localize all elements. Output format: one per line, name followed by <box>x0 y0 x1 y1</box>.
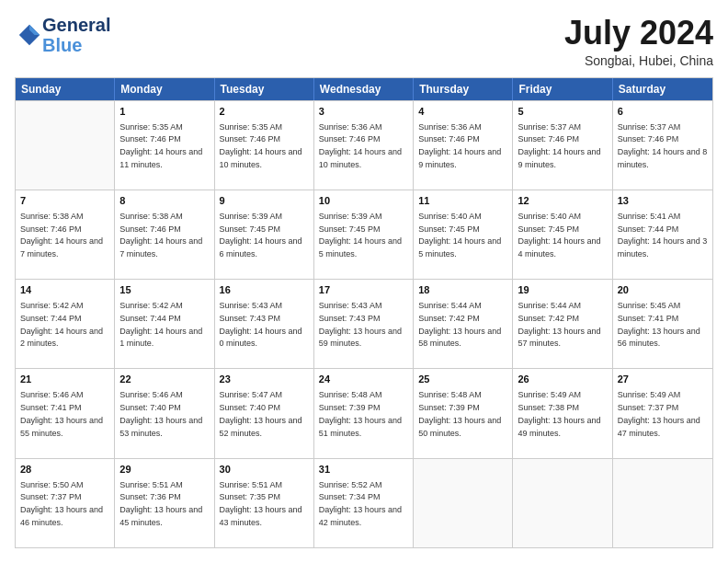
day-number: 4 <box>418 105 507 120</box>
cal-cell-3-1: 14Sunrise: 5:42 AMSunset: 7:44 PMDayligh… <box>16 280 115 368</box>
calendar: Sunday Monday Tuesday Wednesday Thursday… <box>15 77 713 548</box>
cell-info: Sunrise: 5:39 AMSunset: 7:45 PMDaylight:… <box>319 212 402 259</box>
cell-info: Sunrise: 5:42 AMSunset: 7:44 PMDaylight:… <box>119 301 202 348</box>
cell-info: Sunrise: 5:36 AMSunset: 7:46 PMDaylight:… <box>418 122 501 169</box>
day-number: 12 <box>518 194 607 209</box>
cal-cell-1-2: 1Sunrise: 5:35 AMSunset: 7:46 PMDaylight… <box>115 101 214 190</box>
cell-info: Sunrise: 5:38 AMSunset: 7:46 PMDaylight:… <box>20 212 103 259</box>
cal-cell-2-2: 8Sunrise: 5:38 AMSunset: 7:46 PMDaylight… <box>115 190 214 279</box>
day-number: 10 <box>319 194 408 209</box>
day-number: 20 <box>618 283 708 298</box>
cal-cell-5-4: 31Sunrise: 5:52 AMSunset: 7:34 PMDayligh… <box>314 459 414 547</box>
cal-cell-1-6: 5Sunrise: 5:37 AMSunset: 7:46 PMDaylight… <box>513 101 612 190</box>
day-number: 14 <box>20 283 109 298</box>
cal-cell-4-7: 27Sunrise: 5:49 AMSunset: 7:37 PMDayligh… <box>613 369 712 457</box>
cal-cell-4-4: 24Sunrise: 5:48 AMSunset: 7:39 PMDayligh… <box>314 369 414 457</box>
cal-cell-2-4: 10Sunrise: 5:39 AMSunset: 7:45 PMDayligh… <box>314 190 414 279</box>
cal-cell-3-3: 16Sunrise: 5:43 AMSunset: 7:43 PMDayligh… <box>215 280 314 368</box>
day-number: 1 <box>119 105 209 120</box>
day-number: 2 <box>220 105 309 120</box>
day-number: 21 <box>20 373 109 387</box>
title-block: July 2024 Songbai, Hubei, China <box>564 15 713 68</box>
weekday-saturday: Saturday <box>613 78 712 100</box>
day-number: 15 <box>119 283 209 298</box>
cell-info: Sunrise: 5:41 AMSunset: 7:44 PMDaylight:… <box>618 212 708 259</box>
cal-cell-2-1: 7Sunrise: 5:38 AMSunset: 7:46 PMDaylight… <box>16 190 115 279</box>
day-number: 24 <box>319 373 408 387</box>
cell-info: Sunrise: 5:35 AMSunset: 7:46 PMDaylight:… <box>220 122 302 169</box>
cal-cell-2-5: 11Sunrise: 5:40 AMSunset: 7:45 PMDayligh… <box>414 190 513 279</box>
day-number: 19 <box>518 283 607 298</box>
week-row-4: 21Sunrise: 5:46 AMSunset: 7:41 PMDayligh… <box>16 368 712 457</box>
cal-cell-4-3: 23Sunrise: 5:47 AMSunset: 7:40 PMDayligh… <box>215 369 314 457</box>
weekday-tuesday: Tuesday <box>215 78 314 100</box>
cal-cell-2-3: 9Sunrise: 5:39 AMSunset: 7:45 PMDaylight… <box>215 190 314 279</box>
cal-cell-4-1: 21Sunrise: 5:46 AMSunset: 7:41 PMDayligh… <box>16 369 115 457</box>
day-number: 3 <box>319 105 408 120</box>
cal-cell-1-7: 6Sunrise: 5:37 AMSunset: 7:46 PMDaylight… <box>613 101 712 190</box>
cell-info: Sunrise: 5:35 AMSunset: 7:46 PMDaylight:… <box>119 122 202 169</box>
day-number: 29 <box>119 463 209 477</box>
page: General Blue July 2024 Songbai, Hubei, C… <box>0 0 728 563</box>
weekday-monday: Monday <box>115 78 214 100</box>
cal-cell-1-1 <box>16 101 115 190</box>
cal-cell-5-2: 29Sunrise: 5:51 AMSunset: 7:36 PMDayligh… <box>115 459 214 547</box>
week-row-3: 14Sunrise: 5:42 AMSunset: 7:44 PMDayligh… <box>16 279 712 368</box>
cell-info: Sunrise: 5:43 AMSunset: 7:43 PMDaylight:… <box>220 301 302 348</box>
cell-info: Sunrise: 5:40 AMSunset: 7:45 PMDaylight:… <box>518 212 600 259</box>
day-number: 25 <box>418 373 507 387</box>
week-row-1: 1Sunrise: 5:35 AMSunset: 7:46 PMDaylight… <box>16 100 712 190</box>
cell-info: Sunrise: 5:42 AMSunset: 7:44 PMDaylight:… <box>20 301 103 348</box>
cell-info: Sunrise: 5:37 AMSunset: 7:46 PMDaylight:… <box>518 122 600 169</box>
cal-cell-2-6: 12Sunrise: 5:40 AMSunset: 7:45 PMDayligh… <box>513 190 612 279</box>
day-number: 30 <box>220 463 309 477</box>
cell-info: Sunrise: 5:36 AMSunset: 7:46 PMDaylight:… <box>319 122 402 169</box>
cell-info: Sunrise: 5:45 AMSunset: 7:41 PMDaylight:… <box>618 301 700 348</box>
calendar-body: 1Sunrise: 5:35 AMSunset: 7:46 PMDaylight… <box>16 100 712 547</box>
cell-info: Sunrise: 5:49 AMSunset: 7:37 PMDaylight:… <box>618 390 700 437</box>
day-number: 23 <box>220 373 309 387</box>
cal-cell-4-6: 26Sunrise: 5:49 AMSunset: 7:38 PMDayligh… <box>513 369 612 457</box>
cell-info: Sunrise: 5:51 AMSunset: 7:36 PMDaylight:… <box>119 480 202 527</box>
cal-cell-5-6 <box>513 459 612 547</box>
weekday-wednesday: Wednesday <box>314 78 414 100</box>
day-number: 31 <box>319 463 408 477</box>
cell-info: Sunrise: 5:39 AMSunset: 7:45 PMDaylight:… <box>220 212 302 259</box>
day-number: 5 <box>518 105 607 120</box>
day-number: 27 <box>618 373 708 387</box>
cal-cell-5-3: 30Sunrise: 5:51 AMSunset: 7:35 PMDayligh… <box>215 459 314 547</box>
day-number: 18 <box>418 283 507 298</box>
cal-cell-3-6: 19Sunrise: 5:44 AMSunset: 7:42 PMDayligh… <box>513 280 612 368</box>
cell-info: Sunrise: 5:51 AMSunset: 7:35 PMDaylight:… <box>220 480 302 527</box>
weekday-thursday: Thursday <box>414 78 513 100</box>
week-row-2: 7Sunrise: 5:38 AMSunset: 7:46 PMDaylight… <box>16 190 712 279</box>
cell-info: Sunrise: 5:49 AMSunset: 7:38 PMDaylight:… <box>518 390 600 437</box>
day-number: 13 <box>618 194 708 209</box>
weekday-sunday: Sunday <box>16 78 115 100</box>
cell-info: Sunrise: 5:52 AMSunset: 7:34 PMDaylight:… <box>319 480 402 527</box>
cal-cell-2-7: 13Sunrise: 5:41 AMSunset: 7:44 PMDayligh… <box>613 190 712 279</box>
cell-info: Sunrise: 5:46 AMSunset: 7:40 PMDaylight:… <box>119 390 202 437</box>
cal-cell-4-5: 25Sunrise: 5:48 AMSunset: 7:39 PMDayligh… <box>414 369 513 457</box>
cal-cell-3-5: 18Sunrise: 5:44 AMSunset: 7:42 PMDayligh… <box>414 280 513 368</box>
day-number: 17 <box>319 283 408 298</box>
location: Songbai, Hubei, China <box>564 53 713 68</box>
month-title: July 2024 <box>564 15 713 52</box>
day-number: 11 <box>418 194 507 209</box>
day-number: 6 <box>618 105 708 120</box>
cal-cell-5-5 <box>414 459 513 547</box>
day-number: 8 <box>119 194 209 209</box>
cal-cell-5-7 <box>613 459 712 547</box>
logo: General Blue <box>15 15 110 55</box>
cell-info: Sunrise: 5:43 AMSunset: 7:43 PMDaylight:… <box>319 301 402 348</box>
cell-info: Sunrise: 5:44 AMSunset: 7:42 PMDaylight:… <box>418 301 501 348</box>
cal-cell-1-5: 4Sunrise: 5:36 AMSunset: 7:46 PMDaylight… <box>414 101 513 190</box>
cell-info: Sunrise: 5:38 AMSunset: 7:46 PMDaylight:… <box>119 212 202 259</box>
cal-cell-1-3: 2Sunrise: 5:35 AMSunset: 7:46 PMDaylight… <box>215 101 314 190</box>
cal-cell-3-2: 15Sunrise: 5:42 AMSunset: 7:44 PMDayligh… <box>115 280 214 368</box>
day-number: 16 <box>220 283 309 298</box>
cell-info: Sunrise: 5:37 AMSunset: 7:46 PMDaylight:… <box>618 122 708 169</box>
cal-cell-4-2: 22Sunrise: 5:46 AMSunset: 7:40 PMDayligh… <box>115 369 214 457</box>
cell-info: Sunrise: 5:44 AMSunset: 7:42 PMDaylight:… <box>518 301 600 348</box>
cell-info: Sunrise: 5:48 AMSunset: 7:39 PMDaylight:… <box>418 390 501 437</box>
